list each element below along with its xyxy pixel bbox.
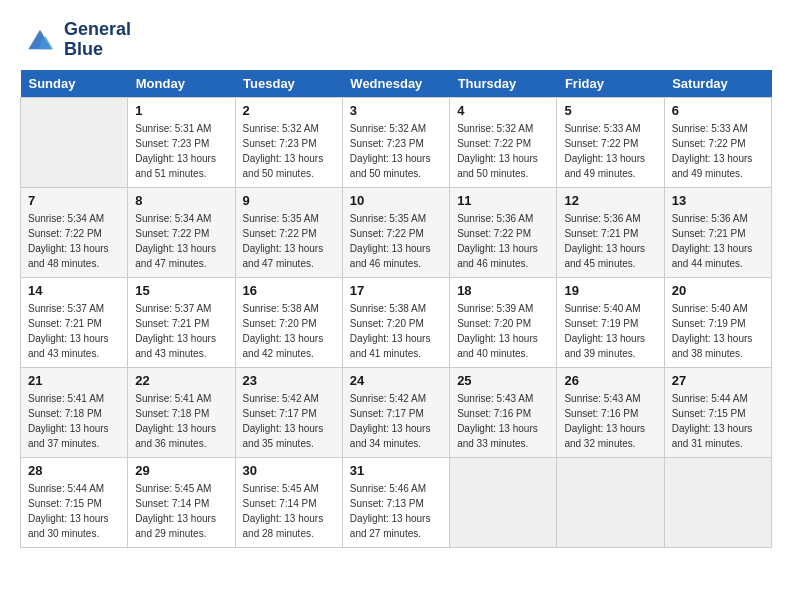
calendar-cell: 10Sunrise: 5:35 AMSunset: 7:22 PMDayligh… [342, 187, 449, 277]
calendar-cell: 11Sunrise: 5:36 AMSunset: 7:22 PMDayligh… [450, 187, 557, 277]
day-info: Sunrise: 5:36 AMSunset: 7:21 PMDaylight:… [672, 211, 764, 271]
calendar-cell: 14Sunrise: 5:37 AMSunset: 7:21 PMDayligh… [21, 277, 128, 367]
day-info: Sunrise: 5:36 AMSunset: 7:22 PMDaylight:… [457, 211, 549, 271]
day-info: Sunrise: 5:45 AMSunset: 7:14 PMDaylight:… [243, 481, 335, 541]
calendar-cell: 5Sunrise: 5:33 AMSunset: 7:22 PMDaylight… [557, 97, 664, 187]
calendar-cell: 29Sunrise: 5:45 AMSunset: 7:14 PMDayligh… [128, 457, 235, 547]
day-info: Sunrise: 5:31 AMSunset: 7:23 PMDaylight:… [135, 121, 227, 181]
day-info: Sunrise: 5:41 AMSunset: 7:18 PMDaylight:… [28, 391, 120, 451]
week-row-3: 14Sunrise: 5:37 AMSunset: 7:21 PMDayligh… [21, 277, 772, 367]
calendar-cell: 24Sunrise: 5:42 AMSunset: 7:17 PMDayligh… [342, 367, 449, 457]
day-number: 22 [135, 373, 227, 388]
day-info: Sunrise: 5:36 AMSunset: 7:21 PMDaylight:… [564, 211, 656, 271]
day-info: Sunrise: 5:33 AMSunset: 7:22 PMDaylight:… [564, 121, 656, 181]
day-number: 10 [350, 193, 442, 208]
calendar-cell: 12Sunrise: 5:36 AMSunset: 7:21 PMDayligh… [557, 187, 664, 277]
calendar-cell: 31Sunrise: 5:46 AMSunset: 7:13 PMDayligh… [342, 457, 449, 547]
calendar-cell: 8Sunrise: 5:34 AMSunset: 7:22 PMDaylight… [128, 187, 235, 277]
day-number: 11 [457, 193, 549, 208]
day-number: 1 [135, 103, 227, 118]
day-number: 6 [672, 103, 764, 118]
day-info: Sunrise: 5:40 AMSunset: 7:19 PMDaylight:… [564, 301, 656, 361]
logo-icon [20, 22, 60, 57]
day-info: Sunrise: 5:35 AMSunset: 7:22 PMDaylight:… [243, 211, 335, 271]
calendar-cell: 21Sunrise: 5:41 AMSunset: 7:18 PMDayligh… [21, 367, 128, 457]
day-number: 18 [457, 283, 549, 298]
day-number: 25 [457, 373, 549, 388]
calendar-cell: 3Sunrise: 5:32 AMSunset: 7:23 PMDaylight… [342, 97, 449, 187]
column-header-thursday: Thursday [450, 70, 557, 98]
calendar-cell: 4Sunrise: 5:32 AMSunset: 7:22 PMDaylight… [450, 97, 557, 187]
day-info: Sunrise: 5:37 AMSunset: 7:21 PMDaylight:… [135, 301, 227, 361]
column-header-friday: Friday [557, 70, 664, 98]
day-info: Sunrise: 5:46 AMSunset: 7:13 PMDaylight:… [350, 481, 442, 541]
day-number: 19 [564, 283, 656, 298]
calendar-table: SundayMondayTuesdayWednesdayThursdayFrid… [20, 70, 772, 548]
day-number: 17 [350, 283, 442, 298]
day-number: 9 [243, 193, 335, 208]
calendar-cell: 17Sunrise: 5:38 AMSunset: 7:20 PMDayligh… [342, 277, 449, 367]
calendar-cell: 7Sunrise: 5:34 AMSunset: 7:22 PMDaylight… [21, 187, 128, 277]
day-info: Sunrise: 5:43 AMSunset: 7:16 PMDaylight:… [564, 391, 656, 451]
day-number: 29 [135, 463, 227, 478]
calendar-cell: 23Sunrise: 5:42 AMSunset: 7:17 PMDayligh… [235, 367, 342, 457]
calendar-cell: 25Sunrise: 5:43 AMSunset: 7:16 PMDayligh… [450, 367, 557, 457]
day-info: Sunrise: 5:32 AMSunset: 7:23 PMDaylight:… [350, 121, 442, 181]
column-header-monday: Monday [128, 70, 235, 98]
calendar-cell [21, 97, 128, 187]
calendar-cell: 19Sunrise: 5:40 AMSunset: 7:19 PMDayligh… [557, 277, 664, 367]
calendar-cell: 18Sunrise: 5:39 AMSunset: 7:20 PMDayligh… [450, 277, 557, 367]
day-number: 31 [350, 463, 442, 478]
day-number: 24 [350, 373, 442, 388]
calendar-cell [664, 457, 771, 547]
day-info: Sunrise: 5:43 AMSunset: 7:16 PMDaylight:… [457, 391, 549, 451]
calendar-cell: 13Sunrise: 5:36 AMSunset: 7:21 PMDayligh… [664, 187, 771, 277]
day-number: 7 [28, 193, 120, 208]
day-info: Sunrise: 5:35 AMSunset: 7:22 PMDaylight:… [350, 211, 442, 271]
calendar-cell: 22Sunrise: 5:41 AMSunset: 7:18 PMDayligh… [128, 367, 235, 457]
day-number: 3 [350, 103, 442, 118]
calendar-cell: 1Sunrise: 5:31 AMSunset: 7:23 PMDaylight… [128, 97, 235, 187]
calendar-cell: 2Sunrise: 5:32 AMSunset: 7:23 PMDaylight… [235, 97, 342, 187]
calendar-cell: 16Sunrise: 5:38 AMSunset: 7:20 PMDayligh… [235, 277, 342, 367]
day-number: 30 [243, 463, 335, 478]
day-info: Sunrise: 5:45 AMSunset: 7:14 PMDaylight:… [135, 481, 227, 541]
header-row: SundayMondayTuesdayWednesdayThursdayFrid… [21, 70, 772, 98]
week-row-4: 21Sunrise: 5:41 AMSunset: 7:18 PMDayligh… [21, 367, 772, 457]
day-info: Sunrise: 5:32 AMSunset: 7:23 PMDaylight:… [243, 121, 335, 181]
calendar-cell: 27Sunrise: 5:44 AMSunset: 7:15 PMDayligh… [664, 367, 771, 457]
day-number: 21 [28, 373, 120, 388]
day-number: 2 [243, 103, 335, 118]
week-row-1: 1Sunrise: 5:31 AMSunset: 7:23 PMDaylight… [21, 97, 772, 187]
day-number: 26 [564, 373, 656, 388]
day-info: Sunrise: 5:32 AMSunset: 7:22 PMDaylight:… [457, 121, 549, 181]
day-number: 4 [457, 103, 549, 118]
column-header-wednesday: Wednesday [342, 70, 449, 98]
week-row-5: 28Sunrise: 5:44 AMSunset: 7:15 PMDayligh… [21, 457, 772, 547]
logo: General Blue [20, 20, 131, 60]
day-number: 27 [672, 373, 764, 388]
day-number: 20 [672, 283, 764, 298]
calendar-cell [450, 457, 557, 547]
day-number: 13 [672, 193, 764, 208]
day-info: Sunrise: 5:44 AMSunset: 7:15 PMDaylight:… [672, 391, 764, 451]
day-number: 23 [243, 373, 335, 388]
calendar-cell: 6Sunrise: 5:33 AMSunset: 7:22 PMDaylight… [664, 97, 771, 187]
day-info: Sunrise: 5:42 AMSunset: 7:17 PMDaylight:… [243, 391, 335, 451]
day-info: Sunrise: 5:39 AMSunset: 7:20 PMDaylight:… [457, 301, 549, 361]
day-info: Sunrise: 5:33 AMSunset: 7:22 PMDaylight:… [672, 121, 764, 181]
day-number: 5 [564, 103, 656, 118]
calendar-cell: 30Sunrise: 5:45 AMSunset: 7:14 PMDayligh… [235, 457, 342, 547]
logo-text: General Blue [64, 20, 131, 60]
day-number: 15 [135, 283, 227, 298]
day-info: Sunrise: 5:38 AMSunset: 7:20 PMDaylight:… [243, 301, 335, 361]
day-info: Sunrise: 5:37 AMSunset: 7:21 PMDaylight:… [28, 301, 120, 361]
week-row-2: 7Sunrise: 5:34 AMSunset: 7:22 PMDaylight… [21, 187, 772, 277]
day-info: Sunrise: 5:40 AMSunset: 7:19 PMDaylight:… [672, 301, 764, 361]
day-number: 16 [243, 283, 335, 298]
day-number: 12 [564, 193, 656, 208]
day-number: 8 [135, 193, 227, 208]
calendar-cell: 15Sunrise: 5:37 AMSunset: 7:21 PMDayligh… [128, 277, 235, 367]
day-info: Sunrise: 5:34 AMSunset: 7:22 PMDaylight:… [28, 211, 120, 271]
column-header-sunday: Sunday [21, 70, 128, 98]
